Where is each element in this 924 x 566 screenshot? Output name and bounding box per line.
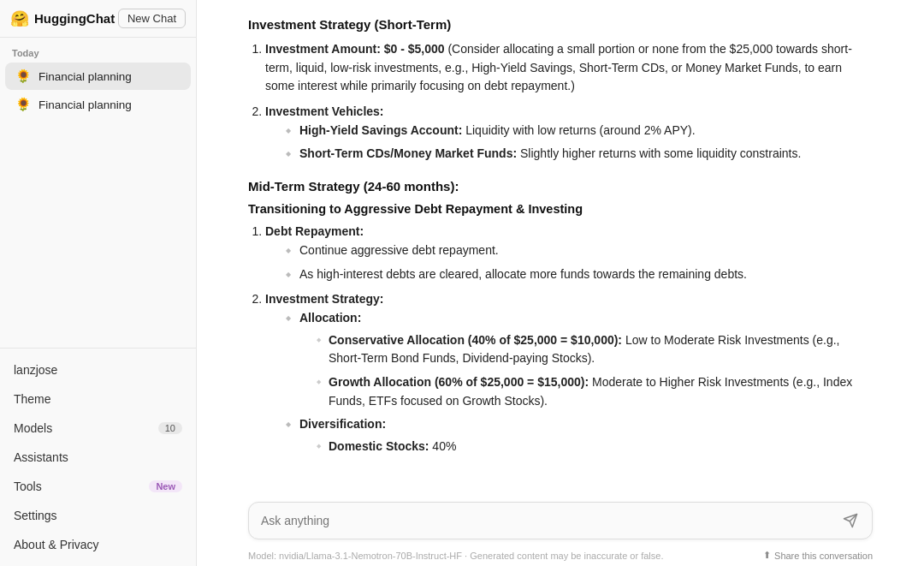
share-conversation-link[interactable]: ⬆ Share this conversation [763, 550, 873, 561]
sidebar-item-settings[interactable]: Settings [0, 501, 196, 530]
mid-term-title: Mid-Term Strategy (24-60 months): [248, 179, 873, 194]
about-label: About & Privacy [14, 538, 99, 551]
chat-list: 🌻 Financial planning 🌻 Financial plannin… [0, 62, 196, 119]
item1-label: Investment Amount: $0 - $5,000 [265, 42, 445, 56]
input-area [197, 493, 924, 546]
allocation-item: Allocation: Conservative Allocation (40%… [286, 309, 873, 410]
short-term-item-1: Investment Amount: $0 - $5,000 (Consider… [265, 40, 873, 96]
debt-repayment-list: Continue aggressive debt repayment. As h… [286, 241, 873, 283]
sidebar-item-assistants[interactable]: Assistants [0, 443, 196, 472]
mid-term-item-2: Investment Strategy: Allocation: Conserv… [265, 290, 873, 456]
conservative-label: Conservative Allocation (40% of $25,000 … [329, 333, 622, 347]
domestic-stocks-item: Domestic Stocks: 40% [317, 438, 873, 456]
sidebar: 🤗 HuggingChat New Chat Today 🌻 Financial… [0, 0, 197, 566]
mid-term-item-1: Debt Repayment: Continue aggressive debt… [265, 223, 873, 283]
sidebar-item-user[interactable]: lanzjose [0, 355, 196, 384]
send-button[interactable] [841, 511, 860, 530]
chat-item-2[interactable]: 🌻 Financial planning [5, 91, 191, 118]
cds-label: Short-Term CDs/Money Market Funds: [299, 146, 517, 160]
chat-content: Investment Strategy (Short-Term) Investm… [197, 0, 924, 493]
investment-strategy-list: Allocation: Conservative Allocation (40%… [286, 309, 873, 456]
main-panel: Investment Strategy (Short-Term) Investm… [197, 0, 924, 566]
mid-term-list: Debt Repayment: Continue aggressive debt… [265, 223, 873, 456]
debt-item-1: Continue aggressive debt repayment. [286, 241, 873, 260]
mid-term-subtitle: Transitioning to Aggressive Debt Repayme… [248, 202, 873, 216]
domestic-stocks-label: Domestic Stocks: [329, 439, 429, 453]
chat-label-2: Financial planning [38, 98, 132, 111]
conservative-item: Conservative Allocation (40% of $25,000 … [317, 331, 873, 368]
diversification-label: Diversification: [299, 417, 386, 431]
investment-strategy-label: Investment Strategy: [265, 292, 383, 306]
logo-text: HuggingChat [34, 11, 115, 26]
share-icon: ⬆ [763, 550, 771, 561]
assistants-label: Assistants [14, 450, 68, 464]
short-term-title: Investment Strategy (Short-Term) [248, 17, 873, 32]
share-label: Share this conversation [774, 551, 873, 561]
footer-disclaimer: · Generated content may be inaccurate or… [465, 551, 663, 561]
chat-emoji-1: 🌻 [15, 69, 32, 84]
user-label: lanzjose [14, 363, 57, 377]
short-term-list: Investment Amount: $0 - $5,000 (Consider… [265, 40, 873, 164]
chat-emoji-2: 🌻 [15, 97, 32, 112]
models-label: Models [14, 421, 52, 435]
growth-label: Growth Allocation (60% of $25,000 = $15,… [329, 375, 589, 389]
investment-vehicles-list: High-Yield Savings Account: Liquidity wi… [286, 122, 873, 164]
chat-input[interactable] [261, 514, 841, 527]
diversification-nested: Domestic Stocks: 40% [317, 438, 873, 456]
input-box [248, 502, 873, 539]
logo-area: 🤗 HuggingChat [10, 9, 115, 28]
debt-repayment-label: Debt Repayment: [265, 224, 364, 238]
short-term-item-2: Investment Vehicles: High-Yield Savings … [265, 103, 873, 164]
vehicle-cds: Short-Term CDs/Money Market Funds: Sligh… [286, 145, 873, 164]
chat-item-1[interactable]: 🌻 Financial planning [5, 63, 191, 90]
item2-label: Investment Vehicles: [265, 104, 384, 118]
savings-label: High-Yield Savings Account: [299, 123, 462, 137]
models-badge: 10 [158, 422, 182, 434]
today-label: Today [0, 38, 196, 62]
settings-label: Settings [14, 509, 57, 522]
footer-model-text: Model: nvidia/Llama-3.1-Nemotron-70B-Ins… [248, 551, 663, 561]
sidebar-header: 🤗 HuggingChat New Chat [0, 0, 196, 38]
debt-item-2: As high-interest debts are cleared, allo… [286, 265, 873, 284]
chat-label-1: Financial planning [38, 70, 132, 83]
sidebar-item-about[interactable]: About & Privacy [0, 530, 196, 559]
tools-label: Tools [14, 480, 42, 493]
growth-item: Growth Allocation (60% of $25,000 = $15,… [317, 373, 873, 410]
footer-bar: Model: nvidia/Llama-3.1-Nemotron-70B-Ins… [197, 546, 924, 566]
sidebar-item-models[interactable]: Models 10 [0, 414, 196, 443]
tools-badge: New [149, 480, 182, 492]
sidebar-item-tools[interactable]: Tools New [0, 472, 196, 501]
logo-emoji: 🤗 [10, 9, 29, 28]
allocation-nested: Conservative Allocation (40% of $25,000 … [317, 331, 873, 411]
sidebar-bottom: lanzjose Theme Models 10 Assistants Tool… [0, 348, 196, 566]
model-name: Model: nvidia/Llama-3.1-Nemotron-70B-Ins… [248, 551, 462, 561]
vehicle-savings: High-Yield Savings Account: Liquidity wi… [286, 122, 873, 140]
new-chat-button[interactable]: New Chat [118, 9, 186, 28]
section-mid-term: Mid-Term Strategy (24-60 months): Transi… [248, 179, 873, 456]
send-icon [843, 513, 858, 528]
sidebar-item-theme[interactable]: Theme [0, 384, 196, 414]
diversification-item: Diversification: Domestic Stocks: 40% [286, 415, 873, 456]
theme-label: Theme [14, 392, 51, 406]
allocation-label: Allocation: [299, 311, 361, 325]
section-short-term: Investment Strategy (Short-Term) Investm… [248, 17, 873, 164]
